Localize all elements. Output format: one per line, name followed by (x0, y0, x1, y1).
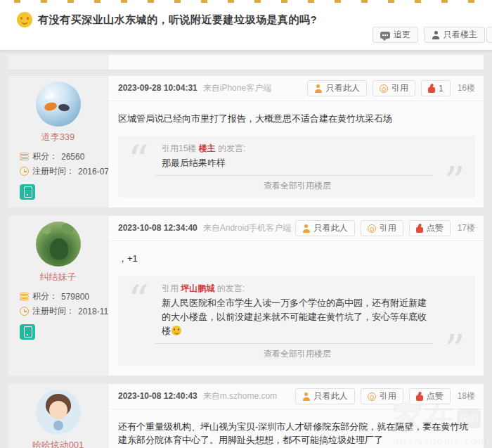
quote-reference: 引用 坪山鹏城 的发言: (162, 282, 433, 295)
open-quote-icon: “ (128, 140, 149, 181)
view-all-quotes-link[interactable]: 查看全部引用楼层 (162, 180, 433, 192)
username-link[interactable]: 哈哈炫动001 (32, 439, 84, 448)
follow-updates-button[interactable]: 追更 (373, 27, 418, 43)
username-link[interactable]: 道李339 (41, 131, 75, 143)
post-timestamp: 2023-09-28 10:04:31 (118, 83, 198, 93)
like-button[interactable]: 点赞 (409, 388, 451, 404)
coins-icon (20, 293, 29, 300)
post-content-panel: 2023-10-08 12:34:40 来自Android手机客户端 只看此人 … (108, 216, 484, 376)
post-feed: 道李339 积分： 26560 注册时间： 2016-07-25 (0, 51, 492, 448)
person-icon (432, 31, 440, 39)
user-panel: 纠结妹子 积分： 579800 注册时间： 2018-11-30 (8, 216, 108, 376)
like-button[interactable]: 1 (421, 80, 451, 96)
post-content-panel: 2023-09-28 10:04:31 来自iPhone客户端 只看此人 引用 (108, 76, 484, 207)
floor-number: 17楼 (458, 222, 475, 234)
coins-icon (20, 153, 29, 160)
post-floor-18: 哈哈炫动001 积分： 310 注册时间： 2023-09-17 (8, 384, 484, 448)
quote-button[interactable]: 引用 (361, 388, 403, 404)
points-row: 积分： 26560 (20, 149, 108, 164)
thumbs-up-icon (428, 87, 435, 93)
quote-icon (380, 84, 388, 93)
like-button[interactable]: 点赞 (409, 220, 451, 236)
post-source: 来自iPhone客户端 (203, 82, 271, 94)
floor-number: 18楼 (458, 390, 475, 402)
close-quote-icon: ” (444, 329, 465, 370)
quote-icon (368, 224, 376, 233)
post-floor-16: 道李339 积分： 26560 注册时间： 2016-07-25 (8, 76, 484, 207)
divider (155, 175, 433, 176)
only-this-user-button[interactable]: 只看此人 (295, 388, 355, 404)
divider (155, 343, 433, 344)
smiley-icon (17, 12, 32, 27)
points-row: 积分： 579800 (20, 289, 108, 304)
quote-icon (368, 392, 376, 401)
page-title: 有没有买深业山水东城的，听说附近要建垃圾场是真的吗? (38, 13, 317, 27)
avatar[interactable] (36, 222, 81, 267)
chat-bubble-icon (380, 32, 390, 39)
forum-thread-page: 有没有买深业山水东城的，听说附近要建垃圾场是真的吗? 追更 只看楼主 道李339 (0, 0, 492, 448)
open-quote-icon: “ (128, 280, 149, 321)
post-floor-17: 纠结妹子 积分： 579800 注册时间： 2018-11-30 (8, 216, 484, 376)
post-source: 来自m.szhome.com (203, 390, 277, 402)
view-all-quotes-link[interactable]: 查看全部引用楼层 (162, 348, 433, 360)
username-link[interactable]: 纠结妹子 (40, 271, 77, 283)
cutoff-button-fragment (486, 27, 492, 43)
user-panel: 哈哈炫动001 积分： 310 注册时间： 2023-09-17 (8, 384, 108, 448)
quoted-text: 新人民医院和全市学生入读一万多个学位的高中园，还有附近新建的大小楼盘，以前没建起… (162, 296, 433, 338)
quote-block: “ 引用 坪山鹏城 的发言: 新人民医院和全市学生入读一万多个学位的高中园，还有… (118, 276, 475, 366)
only-this-user-button[interactable]: 只看此人 (307, 80, 367, 96)
reg-time-row: 注册时间： 2018-11-30 (20, 304, 108, 319)
floor-number: 16楼 (458, 82, 475, 94)
previous-post-cutoff (8, 55, 484, 70)
thumbs-up-icon (416, 227, 423, 233)
person-icon (302, 392, 311, 401)
post-body-text: 区城管局说已经向市里打了报告，大概意思不适合建在黄竹坑采石场 (108, 101, 484, 134)
quote-button[interactable]: 引用 (361, 220, 403, 236)
clock-icon (20, 167, 29, 176)
post-timestamp: 2023-10-08 12:34:40 (118, 223, 198, 233)
post-source: 来自Android手机客户端 (203, 222, 291, 234)
thread-header: 有没有买深业山水东城的，听说附近要建垃圾场是真的吗? 追更 只看楼主 (0, 4, 492, 51)
thumbs-up-icon (416, 395, 423, 401)
user-panel: 道李339 积分： 26560 注册时间： 2016-07-25 (8, 76, 108, 207)
post-body-text: ，+1 (108, 241, 484, 274)
only-op-button[interactable]: 只看楼主 (424, 27, 485, 43)
quote-button[interactable]: 引用 (373, 80, 415, 96)
reg-time-row: 注册时间： 2016-07-25 (20, 164, 108, 179)
person-icon (314, 84, 323, 93)
post-body-text: 还有个重量级机构、坪山视为宝贝-深圳市人才研修院东部分院，就在隔壁，要在黄竹坑建… (108, 409, 484, 448)
quote-block: “ 引用15楼 楼主 的发言: 那最后结果咋样 查看全部引用楼层 ” (118, 136, 475, 198)
person-icon (302, 224, 311, 233)
only-this-user-button[interactable]: 只看此人 (295, 220, 355, 236)
quote-reference: 引用15楼 楼主 的发言: (162, 142, 433, 155)
smile-emoji (171, 326, 181, 335)
close-quote-icon: ” (444, 161, 465, 202)
clock-icon (20, 307, 29, 316)
quoted-user-link[interactable]: 坪山鹏城 (181, 283, 214, 293)
quoted-user-link[interactable]: 楼主 (199, 143, 216, 153)
mobile-phone-icon[interactable] (20, 324, 35, 340)
post-timestamp: 2023-10-08 12:40:43 (118, 391, 198, 401)
post-content-panel: 2023-10-08 12:40:43 来自m.szhome.com 只看此人 … (108, 384, 484, 448)
quoted-text: 那最后结果咋样 (162, 156, 433, 170)
avatar[interactable] (36, 390, 81, 435)
mobile-phone-icon[interactable] (20, 184, 35, 200)
avatar[interactable] (36, 82, 81, 127)
